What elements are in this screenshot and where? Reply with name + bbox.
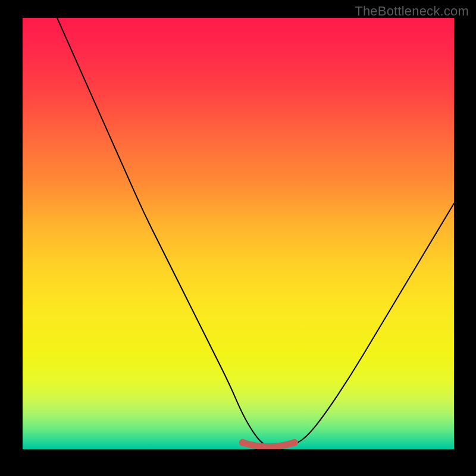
attribution-text: TheBottleneck.com bbox=[355, 4, 469, 19]
highlight-dot-left bbox=[239, 439, 246, 446]
curve-layer bbox=[23, 18, 454, 449]
plot-area bbox=[23, 18, 454, 449]
chart-frame: TheBottleneck.com bbox=[0, 0, 476, 476]
optimal-range-highlight bbox=[243, 443, 295, 447]
bottleneck-curve bbox=[57, 18, 454, 447]
highlight-dot-right bbox=[291, 439, 298, 446]
